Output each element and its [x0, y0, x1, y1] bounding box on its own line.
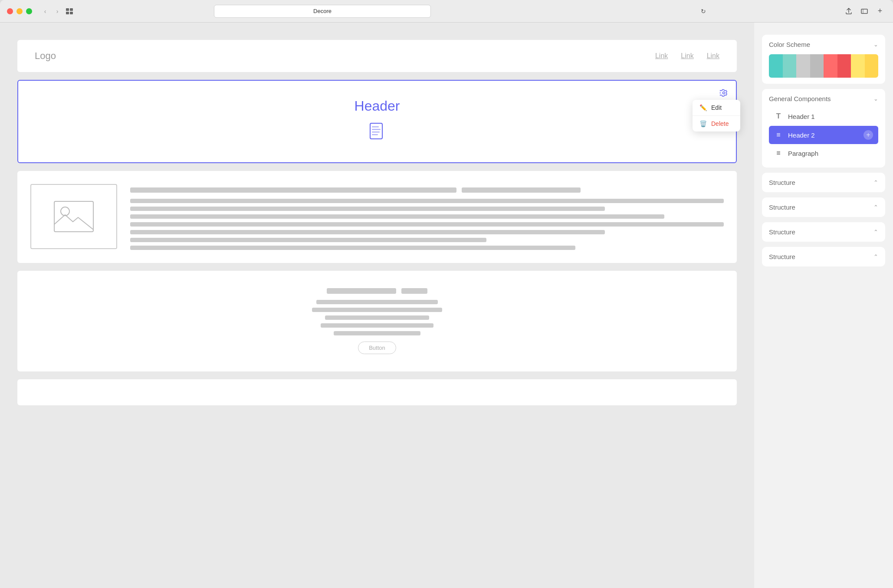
chevron-down-icon: ⌄ — [873, 95, 878, 102]
nav-link-3: Link — [707, 52, 719, 60]
text-line — [325, 315, 429, 320]
close-button[interactable] — [7, 8, 13, 14]
address-bar[interactable]: Decore — [214, 5, 431, 18]
lines-icon: ≡ — [774, 149, 783, 157]
text-line — [327, 288, 396, 294]
structure-title-1: Structure — [769, 179, 795, 186]
mockup-cta-button[interactable]: Button — [358, 342, 396, 354]
color-scheme-header[interactable]: Color Scheme ⌄ — [769, 41, 878, 48]
share-button[interactable] — [843, 7, 855, 16]
color-scheme-section: Color Scheme ⌄ — [762, 35, 885, 84]
maximize-button[interactable] — [26, 8, 32, 14]
gear-button[interactable] — [718, 87, 730, 99]
text-line — [130, 246, 575, 250]
color-swatch-5[interactable] — [824, 54, 837, 78]
svg-rect-6 — [370, 123, 382, 139]
browser-window: ‹ › Decore ↻ + Logo Link L — [0, 0, 893, 588]
chevron-up-icon: ⌃ — [873, 179, 878, 186]
svg-rect-3 — [70, 12, 73, 14]
mockup-last-section — [17, 379, 737, 405]
general-components-header[interactable]: General Components ⌄ — [769, 95, 878, 102]
document-icon — [369, 123, 385, 145]
svg-point-12 — [61, 207, 69, 216]
mockup-navbar: Logo Link Link Link — [17, 40, 737, 72]
page-title: Decore — [313, 8, 332, 14]
color-swatch-1[interactable] — [769, 54, 783, 78]
text-line — [130, 187, 456, 193]
back-button[interactable]: ‹ — [39, 7, 51, 16]
mockup-links: Link Link Link — [655, 52, 719, 60]
chevron-up-icon: ⌃ — [873, 229, 878, 235]
structure-header-4[interactable]: Structure ⌃ — [769, 253, 878, 260]
text-type-icon: T — [774, 112, 783, 121]
svg-rect-11 — [54, 201, 93, 232]
component-label: Paragraph — [788, 150, 873, 157]
component-label: Header 2 — [788, 131, 858, 139]
text-line — [321, 323, 433, 328]
edit-label: Edit — [711, 104, 722, 111]
color-swatch-4[interactable] — [810, 54, 824, 78]
structure-header-1[interactable]: Structure ⌃ — [769, 179, 878, 186]
color-scheme-title: Color Scheme — [769, 41, 810, 48]
context-menu: ✏️ Edit 🗑️ Delete — [693, 100, 740, 131]
delete-label: Delete — [711, 120, 729, 127]
traffic-lights — [7, 8, 32, 14]
structure-title-3: Structure — [769, 228, 795, 236]
add-component-button[interactable]: + — [863, 130, 873, 140]
svg-rect-4 — [861, 9, 867, 13]
svg-rect-2 — [66, 12, 69, 14]
window-button[interactable] — [858, 7, 870, 16]
browser-actions: + — [843, 7, 886, 16]
tabs-button[interactable] — [63, 7, 76, 16]
canvas-area: Logo Link Link Link ✏️ — [0, 23, 754, 588]
text-line — [130, 199, 724, 203]
add-tab-button[interactable]: + — [874, 7, 886, 16]
component-header2[interactable]: ≡ Header 2 + — [769, 126, 878, 144]
structure-header-2[interactable]: Structure ⌃ — [769, 204, 878, 211]
svg-rect-9 — [372, 131, 380, 133]
color-swatch-8[interactable] — [865, 54, 879, 78]
svg-rect-0 — [66, 8, 69, 11]
text-line — [312, 308, 442, 312]
reload-button[interactable]: ↻ — [697, 7, 709, 16]
mockup-text-section: Button — [17, 271, 737, 371]
svg-rect-1 — [70, 8, 73, 11]
structure-section-2: Structure ⌃ — [762, 197, 885, 217]
color-swatch-6[interactable] — [837, 54, 851, 78]
lines-icon: ≡ — [774, 131, 783, 139]
mockup-logo: Logo — [35, 50, 56, 62]
minimize-button[interactable] — [16, 8, 23, 14]
mockup-two-col — [17, 171, 737, 263]
context-edit[interactable]: ✏️ Edit — [693, 100, 740, 115]
text-content-block — [130, 184, 724, 250]
color-swatch-7[interactable] — [851, 54, 865, 78]
color-swatch-3[interactable] — [796, 54, 810, 78]
image-placeholder — [30, 184, 117, 249]
general-components-section: General Components ⌄ T Header 1 ≡ Header… — [762, 89, 885, 168]
text-line — [130, 207, 605, 211]
component-label: Header 1 — [788, 113, 873, 120]
text-line — [130, 222, 724, 227]
general-components-title: General Components — [769, 95, 831, 102]
centered-text — [295, 288, 460, 335]
browser-content: Logo Link Link Link ✏️ — [0, 23, 893, 588]
nav-link-1: Link — [655, 52, 668, 60]
text-line — [462, 187, 581, 193]
structure-section-3: Structure ⌃ — [762, 222, 885, 242]
edit-icon: ✏️ — [699, 104, 707, 111]
component-header1[interactable]: T Header 1 — [769, 108, 878, 125]
color-swatch-2[interactable] — [783, 54, 797, 78]
forward-button[interactable]: › — [51, 7, 63, 16]
structure-section-1: Structure ⌃ — [762, 173, 885, 192]
text-line — [316, 300, 438, 304]
structure-title-2: Structure — [769, 204, 795, 211]
structure-header-3[interactable]: Structure ⌃ — [769, 228, 878, 236]
components-list: T Header 1 ≡ Header 2 + ≡ Paragraph — [769, 108, 878, 161]
svg-rect-5 — [863, 9, 863, 13]
text-line — [130, 214, 664, 219]
mockup-header-section: ✏️ Edit 🗑️ Delete Header — [17, 80, 737, 163]
svg-rect-8 — [372, 129, 381, 130]
component-paragraph[interactable]: ≡ Paragraph — [769, 145, 878, 161]
browser-titlebar: ‹ › Decore ↻ + — [0, 0, 893, 23]
context-delete[interactable]: 🗑️ Delete — [693, 116, 740, 131]
